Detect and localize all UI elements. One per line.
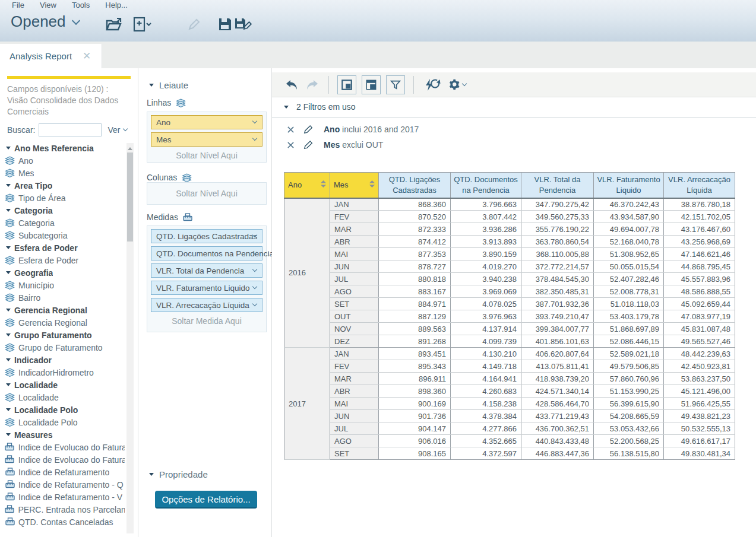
new-document-button[interactable] xyxy=(132,15,152,34)
filter-panel-button[interactable] xyxy=(386,75,405,94)
edit-filter-icon[interactable] xyxy=(303,141,315,150)
menu-view[interactable]: View xyxy=(40,1,56,9)
tree-item-attribute[interactable]: Ano xyxy=(5,154,125,167)
tree-item-attribute[interactable]: Tipo de Área xyxy=(5,192,125,204)
layout-panel: Leiaute Linhas Ano Mes Soltar Nível Aqui… xyxy=(138,68,272,537)
rows-dropzone-box[interactable]: Ano Mes Soltar Nível Aqui xyxy=(147,112,267,163)
tree-group[interactable]: Ano Mes Referencia xyxy=(5,142,125,154)
tree-item-attribute[interactable]: Localidade Polo xyxy=(5,416,125,428)
redo-button-disabled xyxy=(305,77,320,93)
save-as-button[interactable] xyxy=(233,15,253,34)
tab-analysis-report[interactable]: Analysis Report ✕ xyxy=(0,44,102,68)
columns-dropzone-box[interactable]: Soltar Nível Aqui xyxy=(147,182,267,205)
tree-item-attribute[interactable]: Esfera de Poder xyxy=(5,254,125,266)
column-header-measure[interactable]: QTD. Documentos na Pendencia xyxy=(451,173,521,198)
column-header-mes[interactable]: Mes xyxy=(330,173,379,198)
scrollbar-thumb[interactable] xyxy=(127,152,133,242)
tree-scrollbar[interactable] xyxy=(126,143,134,533)
tree-group[interactable]: Gerencia Regional xyxy=(5,304,125,316)
drop-level-here[interactable]: Soltar Nível Aqui xyxy=(147,147,266,164)
search-input[interactable] xyxy=(39,123,102,136)
undo-button[interactable] xyxy=(284,77,299,93)
column-header-measure[interactable]: VLR. Arrecacação Líquida xyxy=(664,173,735,198)
value-cell: 43.256.968,69 xyxy=(664,236,735,248)
tree-item-attribute[interactable]: Localidade xyxy=(5,391,125,403)
tree-item-attribute[interactable]: Subcategoria xyxy=(5,229,125,242)
tree-group[interactable]: Area Tipo xyxy=(5,179,125,192)
column-header-measure[interactable]: VLR. Faturamento Liquido xyxy=(594,173,664,198)
scroll-up-arrow-icon[interactable] xyxy=(128,145,132,150)
tree-item-measure[interactable]: Indice de Refaturamento - Q xyxy=(5,478,125,491)
report-options-button[interactable]: Opções de Relatório... xyxy=(155,491,257,509)
tree-group[interactable]: Categoria xyxy=(5,204,125,217)
menu-help[interactable]: Help... xyxy=(105,1,128,9)
value-cell: 3.976.963 xyxy=(451,310,521,323)
save-button[interactable] xyxy=(215,15,235,34)
tree-item-attribute[interactable]: Gerencia Regional xyxy=(5,316,125,329)
tree-item-attribute[interactable]: Categoria xyxy=(5,217,125,229)
remove-filter-icon[interactable] xyxy=(287,141,295,149)
tree-group[interactable]: Indicador xyxy=(5,354,125,366)
tree-group[interactable]: Geografia xyxy=(5,266,125,279)
column-header-measure[interactable]: QTD. Ligações Cadastradas xyxy=(379,173,451,198)
view-mode-top-button[interactable] xyxy=(362,75,381,94)
measure-item[interactable]: VLR. Arrecacação Líquida xyxy=(151,298,262,312)
run-refresh-button[interactable] xyxy=(422,77,442,93)
lightning-refresh-icon xyxy=(423,78,441,91)
view-mode-left-button[interactable] xyxy=(337,75,356,94)
row-level-mes[interactable]: Mes xyxy=(151,132,262,147)
view-dropdown[interactable]: Ver xyxy=(107,125,127,135)
tree-item-measure[interactable]: Indice de Evolucao do Fatura xyxy=(5,453,125,466)
pivot-table-body: 2016JAN868.3603.796.663347.790.275,4246.… xyxy=(284,198,735,460)
layout-section-header[interactable]: Leiaute xyxy=(149,80,188,90)
measure-item[interactable]: VLR. Total da Pendencia xyxy=(151,263,262,278)
column-header-measure[interactable]: VLR. Total da Pendencia xyxy=(521,173,594,198)
open-folder-button[interactable] xyxy=(104,15,124,34)
value-cell: 48.442.239,63 xyxy=(664,348,735,360)
tree-item-measure[interactable]: Indice de Refaturamento xyxy=(5,466,125,478)
menu-tools[interactable]: Tools xyxy=(72,1,90,9)
tree-group[interactable]: Measures xyxy=(5,428,125,441)
tree-item-label: Grupo Faturamento xyxy=(14,331,92,340)
remove-filter-icon[interactable] xyxy=(287,126,295,134)
sort-icon[interactable] xyxy=(321,180,326,189)
tree-item-measure[interactable]: QTD. Contas Canceladas xyxy=(5,516,125,528)
tree-group[interactable]: Esfera de Poder xyxy=(5,242,125,254)
menu-file[interactable]: File xyxy=(12,1,24,9)
tree-item-measure[interactable]: PERC. Entrada nos Parcelam xyxy=(5,503,125,516)
opened-dropdown[interactable]: Opened xyxy=(11,12,79,31)
tree-item-attribute[interactable]: Grupo de Faturamento xyxy=(5,341,125,354)
value-cell: 413.075.811,41 xyxy=(521,360,594,373)
tab-close-icon[interactable]: ✕ xyxy=(83,51,91,61)
edit-filter-icon[interactable] xyxy=(303,125,315,134)
layers-icon xyxy=(182,173,192,182)
row-level-ano[interactable]: Ano xyxy=(151,115,262,129)
tree-item-attribute[interactable]: Município xyxy=(5,279,125,291)
tree-item-measure[interactable]: Indice de Refaturamento - V xyxy=(5,491,125,503)
report-main-area: 2 Filtros em uso Ano inclui 2016 and 201… xyxy=(272,68,756,537)
sort-icon[interactable] xyxy=(369,180,375,189)
column-header-ano[interactable]: Ano xyxy=(284,173,330,198)
filters-summary[interactable]: 2 Filtros em uso xyxy=(284,102,356,112)
tree-item-attribute[interactable]: Mes xyxy=(5,167,125,179)
drop-level-here[interactable]: Soltar Nível Aqui xyxy=(147,183,266,204)
tree-item-attribute[interactable]: Bairro xyxy=(5,291,125,304)
drop-measure-here[interactable]: Soltar Medida Aqui xyxy=(147,312,266,330)
measures-label: Medidas xyxy=(147,212,193,222)
settings-button[interactable] xyxy=(448,78,466,91)
measure-item[interactable]: VLR. Faturamento Liquido xyxy=(151,281,262,295)
tree-item-attribute[interactable]: IndicadorHidrometro xyxy=(5,366,125,379)
tree-item-label: Gerencia Regional xyxy=(18,318,87,328)
tree-group[interactable]: Localidade xyxy=(5,379,125,391)
column-header-label: Mes xyxy=(334,180,349,189)
properties-section-header[interactable]: Propriedade xyxy=(149,469,208,479)
layers-icon xyxy=(5,218,15,227)
tree-item-label: Localidade Polo xyxy=(18,418,78,427)
measure-item[interactable]: QTD. Documentos na Pendencia xyxy=(151,246,262,260)
measure-item[interactable]: QTD. Ligações Cadastradas xyxy=(151,229,262,243)
tree-group[interactable]: Localidade Polo xyxy=(5,403,125,416)
month-cell: SET xyxy=(330,298,379,310)
tree-item-measure[interactable]: Indice de Evolucao do Fatura xyxy=(5,441,125,453)
tree-group[interactable]: Grupo Faturamento xyxy=(5,329,125,341)
measures-dropzone-box[interactable]: QTD. Ligações Cadastradas QTD. Documento… xyxy=(147,225,267,332)
